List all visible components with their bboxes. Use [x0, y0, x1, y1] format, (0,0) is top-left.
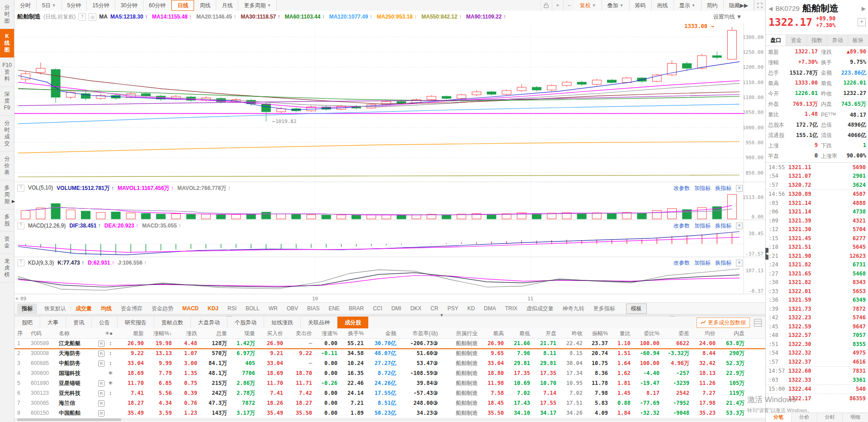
indicator-item-WR[interactable]: WR [264, 305, 282, 312]
period-tab-30分钟[interactable]: 30分钟 [115, 0, 143, 11]
period-tab-5分钟[interactable]: 5分钟 [62, 0, 87, 11]
sidebar-item-tab[interactable]: 分 时 图 [0, 0, 14, 29]
indicator-item-ENE[interactable]: ENE [324, 305, 344, 312]
quote-tab-异动[interactable]: 异动 [827, 35, 848, 46]
period-tab-月线[interactable]: 月线 [216, 0, 238, 11]
set-ma-button[interactable]: 设置均线 ▼ [713, 13, 742, 21]
period-tab-分时[interactable]: 分时 [14, 0, 37, 11]
sidebar-item-tab[interactable]: 分 价 表 [0, 152, 14, 180]
table-tab-资讯[interactable]: 资讯 [66, 317, 92, 328]
column-header-序[interactable]: 序 [14, 330, 28, 337]
lock-icon[interactable] [541, 0, 552, 11]
reset-default-button[interactable]: 恢复默认 [40, 305, 71, 313]
tick-footer-tab-分时[interactable]: 分时 [817, 413, 843, 422]
panel-link-加指标[interactable]: 加指标 [694, 222, 711, 230]
expand-icon[interactable] [754, 0, 765, 11]
table-tab-研究报告[interactable]: 研究报告 [118, 317, 154, 328]
panel-link-加指标[interactable]: 加指标 [694, 185, 711, 192]
tick-footer-tab-分价[interactable]: 分价 [792, 413, 817, 422]
quote-tab-板块[interactable]: 板块 [848, 35, 868, 46]
column-header-内盘[interactable]: 内盘 [718, 330, 747, 337]
scrollbar-thumb[interactable] [17, 418, 121, 421]
indicator-item-TRIX[interactable]: TRIX [501, 305, 522, 312]
column-header-✳●[interactable]: ✳● [102, 330, 119, 337]
panel-link-改参数[interactable]: 改参数 [674, 185, 690, 192]
sidebar-item-tab[interactable]: 分 时 成 交 [0, 116, 14, 152]
table-tab-大盘异动[interactable]: 大盘异动 [191, 317, 228, 328]
add-button[interactable]: + [858, 18, 866, 26]
prev-stock-arrow[interactable]: ◀ [768, 5, 773, 12]
column-header-总量[interactable]: 总量 [200, 330, 230, 337]
column-header-涨跌[interactable]: 涨跌 [175, 330, 200, 337]
sidebar-item-tab[interactable]: 龙 虎 榜 [0, 254, 14, 283]
period-tab-5日[interactable]: 5日▼ [37, 0, 62, 11]
sidebar-item-tab[interactable]: 多 股 [0, 209, 14, 232]
zoom-out-icon[interactable]: − [563, 0, 574, 11]
column-header-开盘[interactable]: 开盘 [533, 330, 559, 337]
tick-list[interactable]: 14:551321.115690:541321.072901:571320.72… [766, 163, 868, 403]
period-tab-周线[interactable]: 周线 [194, 0, 216, 11]
table-tab-贡献点数[interactable]: 贡献点数 [154, 317, 191, 328]
toolbar-button-画线[interactable]: 画线 [652, 0, 674, 11]
close-icon[interactable]: × [736, 260, 743, 266]
indicator-item-均线[interactable]: 均线 [96, 305, 116, 313]
column-header-名称[interactable]: 名称 [56, 330, 94, 337]
panel-link-改参数[interactable]: 改参数 [674, 222, 690, 230]
table-row[interactable]: 5601890亚星锚链R✳11.706.850.75215万2.86万11.70… [14, 378, 765, 388]
indicator-item-神奇九转[interactable]: 神奇九转 [558, 305, 589, 313]
quote-tab-盘口[interactable]: 盘口 [766, 35, 786, 46]
indicator-item-CR[interactable]: CR [426, 305, 443, 312]
panel-link-换指标[interactable]: 换指标 [715, 185, 731, 192]
next-stock-arrow[interactable]: ▶ [862, 5, 866, 12]
toolbar-button-复权[interactable]: 复权▼ [574, 0, 602, 11]
column-header-市盈率(动)[interactable]: 市盈率(动) [399, 330, 441, 337]
indicator-item-BOLL[interactable]: BOLL [241, 305, 264, 312]
indicator-item-CCI[interactable]: CCI [368, 305, 387, 312]
indicator-item-KD[interactable]: KD [463, 305, 479, 312]
table-row[interactable]: 7300065海兰信R18.274.340.7647.3万787218.2618… [14, 398, 765, 408]
toolbar-button-隐藏▶▶[interactable]: 隐藏▶▶ [724, 0, 754, 11]
column-header-换手%[interactable]: 换手% [340, 330, 366, 337]
indicator-item-虚拟成交量[interactable]: 虚拟成交量 [522, 305, 558, 313]
column-header-所属行业[interactable]: 所属行业 [441, 330, 480, 337]
close-icon[interactable]: × [736, 185, 743, 192]
panel-link-改参数[interactable]: 改参数 [674, 259, 690, 267]
indicator-label[interactable]: 指标 [17, 303, 37, 314]
table-tab-公告[interactable]: 公告 [92, 317, 118, 328]
table-tab-个股异动[interactable]: 个股异动 [228, 317, 264, 328]
help-icon[interactable]: ? [17, 259, 24, 266]
table-row[interactable]: 8600150中国船舶R35.493.591.23143万3.17万35.493… [14, 408, 765, 418]
column-header-委差[interactable]: 委差 [662, 330, 692, 337]
indicator-item-成交量[interactable]: 成交量 [71, 305, 96, 313]
indicator-item-DMA[interactable]: DMA [479, 305, 501, 312]
more-constituents-button[interactable]: 更多成分股数据 [697, 318, 750, 328]
indicator-item-DMI[interactable]: DMI [387, 305, 406, 312]
column-header-现量[interactable]: 现量 [230, 330, 258, 337]
indicator-item-更多指标[interactable]: 更多指标 [589, 305, 620, 313]
column-header-最新[interactable]: 最新 [119, 330, 147, 337]
indicator-item-MACD[interactable]: MACD [178, 305, 203, 312]
toolbar-button-简约[interactable]: 简约 [702, 0, 724, 11]
indicator-item-BRAR[interactable]: BRAR [344, 305, 368, 312]
sidebar-item-tab[interactable]: F10 资 料 [0, 58, 14, 87]
indicator-item-OBV[interactable]: OBV [282, 305, 303, 312]
column-header-涨速%[interactable]: 涨速% [315, 330, 340, 337]
table-tab-关联品种[interactable]: 关联品种 [301, 317, 337, 328]
indicator-item-资金趋势[interactable]: 资金趋势 [147, 305, 178, 313]
indicator-item-PSY[interactable]: PSY [443, 305, 463, 312]
period-tab-日线[interactable]: 日线 [171, 0, 194, 11]
tick-footer-tab-明细[interactable]: 明细 [843, 413, 868, 422]
table-row[interactable]: 2300008天海防务R↕9.2213.131.07570万6.97万9.219… [14, 348, 765, 358]
period-tab-更多周期[interactable]: 更多周期▼ [238, 0, 277, 11]
sidebar-item-tab[interactable]: 资 金 [0, 232, 14, 254]
template-button[interactable]: 模板 [626, 303, 647, 314]
quote-tab-指数[interactable]: 指数 [807, 35, 827, 46]
table-tab-短线涨跌[interactable]: 短线涨跌 [264, 317, 301, 328]
period-tab-15分钟[interactable]: 15分钟 [87, 0, 115, 11]
help-icon[interactable]: ? [17, 222, 24, 229]
column-header-均价[interactable]: 均价 [692, 330, 718, 337]
column-header-涨幅%↓[interactable]: 涨幅%↓ [147, 330, 175, 337]
panel-link-加指标[interactable]: 加指标 [694, 259, 711, 267]
indicator-item-DKX[interactable]: DKX [406, 305, 426, 312]
sidebar-item-tab[interactable]: 深 度 F9 [0, 87, 14, 116]
